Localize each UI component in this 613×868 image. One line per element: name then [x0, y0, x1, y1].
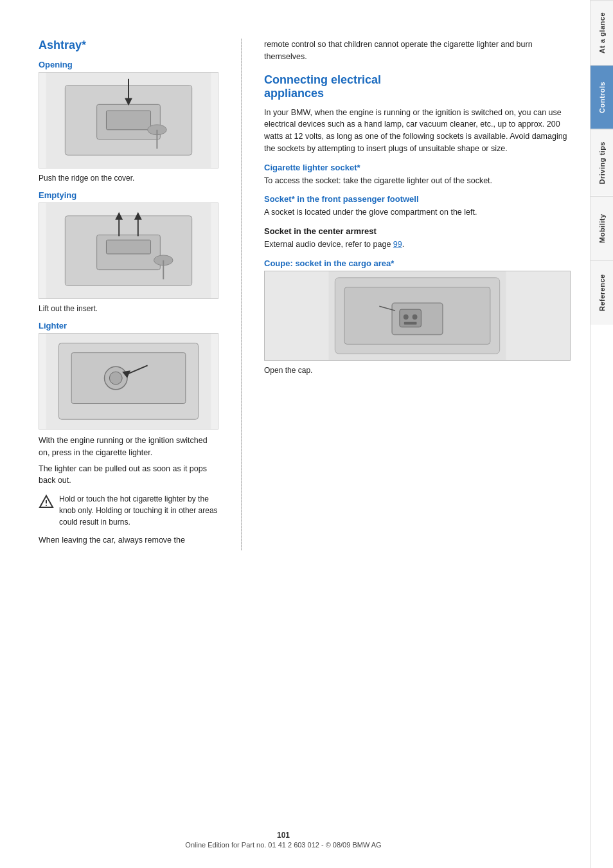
- ashtray-title: Ashtray*: [39, 39, 218, 52]
- page-number: 101: [0, 831, 567, 840]
- svg-point-34: [413, 314, 418, 320]
- svg-rect-20: [71, 353, 186, 404]
- warning-text: Hold or touch the hot cigarette lighter …: [59, 493, 218, 528]
- connecting-title: Connecting electrical appliances: [264, 73, 571, 100]
- tab-reference[interactable]: Reference: [591, 260, 613, 325]
- lighter-diagram: [39, 333, 218, 429]
- connecting-intro: In your BMW, when the engine is running …: [264, 107, 571, 155]
- svg-rect-35: [404, 322, 417, 325]
- lighter-body1: With the engine running or the ignition …: [39, 435, 218, 459]
- tab-driving-tips[interactable]: Driving tips: [591, 129, 613, 196]
- lighter-heading: Lighter: [39, 321, 218, 330]
- svg-point-33: [404, 314, 409, 320]
- cargo-area-caption: Open the cap.: [264, 366, 571, 375]
- cargo-area-diagram: [264, 271, 571, 361]
- warning-box: Hold or touch the hot cigarette lighter …: [39, 493, 218, 528]
- lighter-body3: When leaving the car, always remove the: [39, 534, 218, 547]
- tab-at-a-glance[interactable]: At a glance: [591, 0, 613, 65]
- emptying-caption: Lift out the insert.: [39, 304, 218, 313]
- svg-point-22: [109, 372, 122, 384]
- cigarette-socket-body: To access the socket: take the cigarette…: [264, 175, 571, 187]
- tab-controls[interactable]: Controls: [591, 65, 613, 129]
- footer-note: Online Edition for Part no. 01 41 2 603 …: [0, 841, 567, 849]
- lighter-continuation: remote control so that children cannot o…: [264, 39, 571, 63]
- svg-point-27: [46, 505, 47, 506]
- emptying-heading: Emptying: [39, 190, 218, 200]
- center-armrest-heading: Socket in the center armrest: [264, 226, 571, 236]
- svg-rect-3: [106, 111, 150, 130]
- page-99-link[interactable]: 99: [393, 240, 402, 249]
- svg-rect-11: [106, 240, 150, 254]
- lighter-body2: The lighter can be pulled out as soon as…: [39, 463, 218, 487]
- tab-mobility[interactable]: Mobility: [591, 196, 613, 260]
- emptying-diagram: [39, 203, 218, 299]
- front-passenger-heading: Socket* in the front passenger footwell: [264, 194, 571, 204]
- cigarette-socket-heading: Cigarette lighter socket*: [264, 163, 571, 172]
- column-divider: [241, 39, 242, 550]
- opening-caption: Push the ridge on the cover.: [39, 174, 218, 183]
- cargo-area-heading: Coupe: socket in the cargo area*: [264, 258, 571, 268]
- center-armrest-body: External audio device, refer to page 99.: [264, 239, 571, 251]
- opening-heading: Opening: [39, 60, 218, 69]
- page-footer: 101 Online Edition for Part no. 01 41 2 …: [0, 831, 567, 849]
- opening-diagram: [39, 72, 218, 168]
- sidebar-tabs: At a glance Controls Driving tips Mobili…: [590, 0, 613, 868]
- front-passenger-body: A socket is located under the glove comp…: [264, 206, 571, 219]
- warning-icon: [39, 494, 54, 510]
